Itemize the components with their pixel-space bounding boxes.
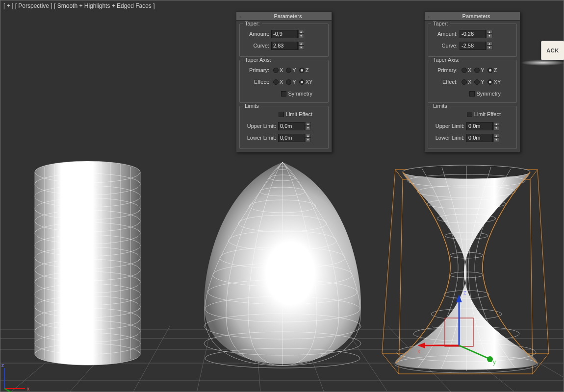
rollout-title: Parameters [244, 13, 332, 19]
spinner-down-icon[interactable]: ▼ [298, 46, 304, 50]
spinner-down-icon[interactable]: ▼ [487, 46, 492, 50]
effect-y-radio[interactable] [286, 79, 291, 85]
curve-input[interactable] [271, 42, 298, 50]
upper-limit-label: Upper Limit: [243, 123, 278, 129]
object-hourglass [395, 165, 538, 373]
symmetry-label: Symmetry [477, 91, 501, 97]
viewcube-back[interactable]: ACK [541, 41, 564, 60]
group-taper-axis: Taper Axis: [243, 57, 273, 63]
effect-label: Effect: [243, 79, 271, 85]
group-limits: Limits [431, 103, 449, 109]
symmetry-checkbox[interactable] [281, 91, 286, 97]
svg-text:y: y [493, 359, 496, 366]
primary-y-radio[interactable] [286, 68, 291, 73]
lower-limit-label: Lower Limit: [431, 135, 466, 141]
object-cylinder [35, 161, 140, 365]
svg-line-57 [382, 170, 395, 353]
lower-limit-label: Lower Limit: [243, 135, 278, 141]
primary-y-radio[interactable] [474, 68, 480, 73]
svg-line-8 [197, 326, 211, 392]
spinner-down-icon[interactable]: ▼ [298, 34, 304, 38]
spinner-up-icon[interactable]: ▲ [487, 42, 492, 46]
effect-x-radio[interactable] [273, 79, 279, 85]
group-taper-axis: Taper Axis: [431, 57, 461, 63]
svg-text:z: z [1, 363, 4, 368]
spinner-up-icon[interactable]: ▲ [493, 134, 499, 138]
effect-xy-radio[interactable] [299, 79, 305, 85]
rollout-minimize-icon[interactable]: - [236, 13, 244, 19]
group-taper: Taper: [431, 21, 450, 26]
viewport-perspective[interactable]: x y z x z [ + ] [ Perspective ] [ Smooth… [0, 0, 564, 392]
spinner-down-icon[interactable]: ▼ [493, 138, 499, 142]
lower-limit-input[interactable] [278, 134, 305, 142]
limit-effect-label: Limit Effect [286, 111, 312, 117]
effect-y-radio[interactable] [474, 79, 480, 85]
rollout-title: Parameters [433, 13, 520, 19]
svg-line-59 [399, 179, 403, 374]
symmetry-label: Symmetry [288, 91, 313, 97]
svg-text:z: z [463, 289, 466, 296]
spinner-up-icon[interactable]: ▲ [487, 30, 492, 34]
primary-label: Primary: [243, 67, 271, 73]
limit-effect-checkbox[interactable] [279, 112, 284, 117]
curve-label: Curve: [243, 43, 271, 49]
primary-x-radio[interactable] [273, 68, 279, 73]
amount-input[interactable] [271, 30, 298, 38]
world-axis-icon: x z [1, 363, 29, 392]
spinner-up-icon[interactable]: ▲ [493, 122, 499, 126]
spinner-down-icon[interactable]: ▼ [487, 34, 492, 38]
limit-effect-label: Limit Effect [474, 111, 501, 117]
curve-label: Curve: [431, 43, 460, 49]
group-taper: Taper: [243, 21, 262, 26]
spinner-up-icon[interactable]: ▲ [298, 42, 304, 46]
rollout-minimize-icon[interactable]: - [425, 13, 433, 19]
upper-limit-input[interactable] [466, 122, 493, 130]
viewcube-shadow [520, 60, 564, 66]
svg-text:x: x [27, 386, 29, 392]
upper-limit-label: Upper Limit: [431, 123, 466, 129]
parameters-rollout-2[interactable]: - Parameters Taper: Amount: ▲▼ Curve: ▲▼ [424, 11, 520, 152]
amount-label: Amount: [243, 31, 271, 37]
effect-xy-radio[interactable] [487, 79, 493, 85]
primary-label: Primary: [431, 67, 460, 73]
parameters-rollout-1[interactable]: - Parameters Taper: Amount: ▲▼ Curve: ▲▼ [236, 11, 332, 152]
curve-input[interactable] [460, 42, 486, 50]
spinner-up-icon[interactable]: ▲ [298, 30, 304, 34]
spinner-down-icon[interactable]: ▼ [305, 138, 311, 142]
svg-point-16 [35, 161, 140, 183]
spinner-down-icon[interactable]: ▼ [305, 126, 311, 130]
spinner-up-icon[interactable]: ▲ [305, 134, 311, 138]
amount-input[interactable] [460, 30, 486, 38]
group-limits: Limits [243, 103, 261, 109]
svg-line-60 [530, 179, 533, 374]
lower-limit-input[interactable] [466, 134, 493, 142]
svg-rect-15 [35, 172, 140, 354]
spinner-down-icon[interactable]: ▼ [493, 126, 499, 130]
limit-effect-checkbox[interactable] [467, 112, 472, 117]
primary-z-radio[interactable] [487, 68, 493, 73]
primary-z-radio[interactable] [299, 68, 305, 73]
symmetry-checkbox[interactable] [469, 91, 475, 97]
effect-label: Effect: [431, 79, 460, 85]
svg-point-82 [487, 356, 493, 362]
svg-line-58 [538, 170, 549, 353]
viewport-label[interactable]: [ + ] [ Perspective ] [ Smooth + Highlig… [3, 2, 155, 9]
amount-label: Amount: [431, 31, 460, 37]
svg-text:x: x [417, 348, 420, 355]
svg-line-88 [4, 389, 17, 392]
primary-x-radio[interactable] [461, 68, 467, 73]
upper-limit-input[interactable] [278, 122, 305, 130]
object-egg [204, 162, 361, 368]
effect-x-radio[interactable] [461, 79, 467, 85]
spinner-up-icon[interactable]: ▲ [305, 122, 311, 126]
